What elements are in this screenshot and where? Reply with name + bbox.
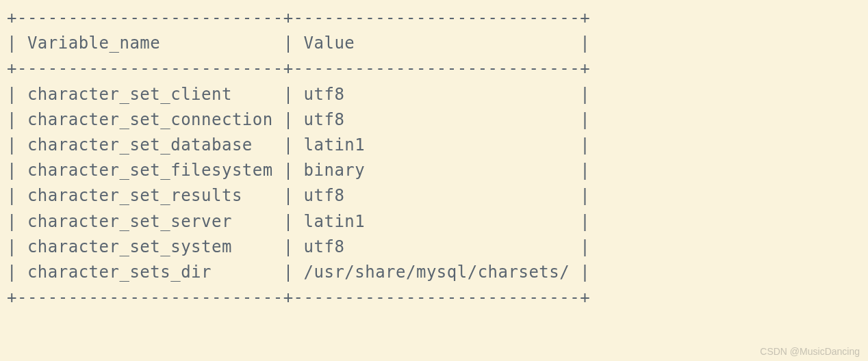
table-row: | character_set_connection | utf8 | — [7, 110, 590, 129]
watermark-text: CSDN @MusicDancing — [760, 346, 860, 357]
table-row: | character_set_database | latin1 | — [7, 135, 590, 155]
table-border-bottom: +--------------------------+------------… — [7, 288, 590, 307]
table-row: | character_set_server | latin1 | — [7, 212, 590, 231]
mysql-output-table: +--------------------------+------------… — [0, 0, 868, 316]
table-border-top: +--------------------------+------------… — [7, 8, 590, 27]
table-row: | character_set_system | utf8 | — [7, 237, 590, 256]
table-border-mid: +--------------------------+------------… — [7, 59, 590, 78]
table-header-row: | Variable_name | Value | — [7, 34, 590, 53]
table-row: | character_set_results | utf8 | — [7, 186, 590, 205]
table-row: | character_set_filesystem | binary | — [7, 161, 590, 180]
table-row: | character_set_client | utf8 | — [7, 85, 590, 104]
table-row: | character_sets_dir | /usr/share/mysql/… — [7, 263, 590, 282]
